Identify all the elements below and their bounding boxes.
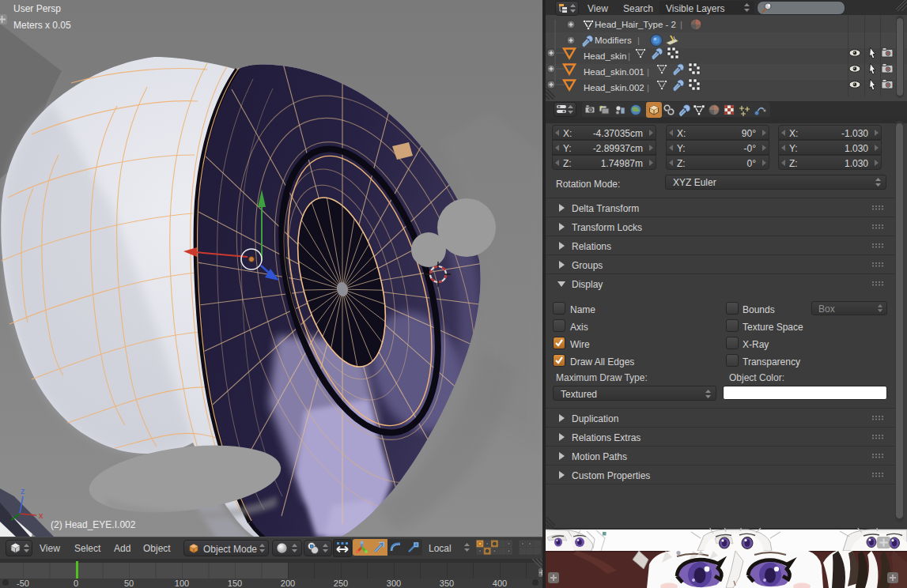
- svg-text:z: z: [21, 486, 25, 496]
- svg-text:200: 200: [281, 579, 295, 588]
- svg-text:0: 0: [74, 579, 78, 588]
- svg-text:User Persp: User Persp: [13, 3, 61, 14]
- svg-text:250: 250: [334, 579, 348, 588]
- svg-text:350: 350: [440, 579, 454, 588]
- svg-text:100: 100: [175, 579, 189, 588]
- svg-text:400: 400: [493, 579, 507, 588]
- svg-text:(2) Head_EYE.I.002: (2) Head_EYE.I.002: [51, 519, 136, 530]
- svg-text:50: 50: [124, 579, 134, 588]
- svg-text:x: x: [39, 511, 43, 520]
- svg-text:300: 300: [387, 579, 401, 588]
- svg-text:Meters x 0.05: Meters x 0.05: [13, 20, 71, 31]
- svg-text:-50: -50: [17, 579, 29, 588]
- svg-text:150: 150: [228, 579, 242, 588]
